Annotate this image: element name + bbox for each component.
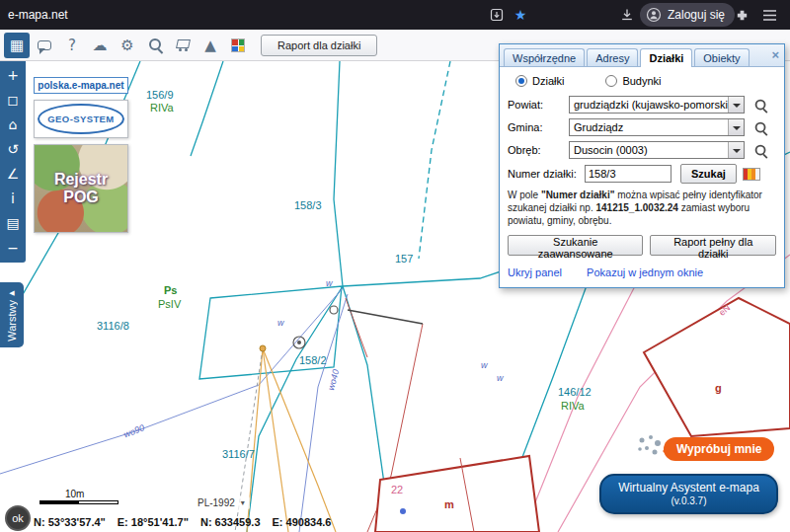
assistant-button[interactable]: Wirtualny Asystent e-mapa (v.0.3.7)	[599, 474, 778, 514]
menu-icon[interactable]	[760, 6, 778, 24]
single-window-link[interactable]: Pokazuj w jednym oknie	[587, 266, 703, 278]
search-hint-text: W pole "Numer działki" można wpisać pełn…	[508, 189, 776, 227]
gmina-value: Grudziądz	[574, 121, 623, 133]
compare-icon[interactable]: ▲	[198, 33, 223, 58]
scale-bar: 10m	[40, 489, 118, 504]
cloud-upload-icon[interactable]: ☁	[87, 33, 113, 58]
home-extent-icon[interactable]: ⌂	[3, 114, 23, 134]
parcel-number-label: Numer działki:	[508, 168, 585, 180]
layers-panel-tab[interactable]: ◀ Warstwy	[0, 282, 24, 347]
extensions-icon	[735, 8, 750, 23]
tab-adresy[interactable]: Adresy	[587, 48, 638, 66]
obreb-label: Obręb:	[508, 144, 569, 156]
zoom-search-icon	[148, 38, 163, 52]
obreb-select[interactable]: Dusocin (0003)	[569, 141, 745, 159]
coord-geo-n: N: 53°33'57.4"	[34, 516, 106, 528]
search-button[interactable]: Szukaj	[680, 164, 737, 184]
menu-icon	[762, 9, 777, 22]
close-icon[interactable]: ×	[771, 48, 779, 61]
hide-panel-link[interactable]: Ukryj panel	[508, 266, 562, 278]
magnifier-icon	[753, 120, 767, 134]
rejestr-pog-banner[interactable]: Rejestr POG	[34, 144, 128, 233]
parcel-number-input[interactable]	[585, 165, 672, 183]
report-parcel-button[interactable]: Raport dla działki	[261, 35, 377, 56]
crs-select[interactable]: PL-1992 ▾	[193, 496, 250, 509]
full-report-button[interactable]: Raport pełny dla działki	[650, 235, 776, 256]
powiat-search-icon[interactable]	[750, 96, 770, 114]
panels-icon: ▦	[10, 37, 24, 54]
search-fields: Powiat:grudziądzki (kujawsko-pomorskie)G…	[508, 96, 776, 159]
help-icon[interactable]: ?	[59, 33, 85, 58]
measure-icon[interactable]: ∠	[3, 163, 23, 184]
parcel-number-row: Numer działki: Szukaj	[508, 164, 776, 184]
geo-system-logo[interactable]: GEO-SYSTEM	[34, 100, 128, 138]
coord-geo-e: E: 18°51'41.7"	[118, 516, 189, 528]
zoom-in-icon[interactable]: +	[3, 64, 23, 85]
cart-icon	[175, 38, 191, 51]
powiat-row: Powiat:grudziądzki (kujawsko-pomorskie)	[508, 96, 776, 114]
zoom-out-icon[interactable]: −	[3, 237, 23, 258]
telecom-lines-orange	[247, 348, 336, 532]
tab-obiekty[interactable]: Obiekty	[694, 48, 749, 66]
url-text[interactable]: e-mapa.net	[8, 8, 68, 22]
save-page-icon[interactable]	[488, 6, 506, 24]
coord-grid-n: N: 633459.3	[200, 516, 261, 528]
login-button[interactable]: Zaloguj się	[640, 3, 735, 27]
save-page-icon	[489, 7, 505, 23]
obreb-value: Dusocin (0003)	[574, 144, 648, 156]
search-type-radios: Działki Budynki	[515, 75, 776, 87]
gmina-select[interactable]: Grudziądz	[569, 118, 745, 136]
magnifier-icon	[753, 98, 767, 112]
select-area-icon[interactable]: ◻	[3, 89, 23, 110]
rejestr-pog-line1: Rejestr	[54, 171, 108, 189]
browser-topbar: e-mapa.net ★ Zaloguj się	[0, 0, 790, 30]
extensions-icon[interactable]	[733, 6, 750, 24]
chat-icon[interactable]	[32, 33, 57, 58]
site-link[interactable]: polska.e-mapa.net	[34, 77, 128, 94]
download-icon[interactable]	[618, 6, 636, 24]
panel-links-row: Ukryj panel Pokazuj w jednym oknie	[508, 266, 776, 278]
gmina-search-icon[interactable]	[750, 118, 770, 136]
settings-icon: ⚙	[120, 37, 133, 54]
layers-icon[interactable]: ▤	[3, 212, 23, 233]
compare-icon: ▲	[204, 37, 216, 54]
ok-button[interactable]: ok	[5, 505, 31, 531]
legend-flag-icon[interactable]	[743, 168, 760, 181]
chevron-left-icon: ◀	[9, 289, 14, 297]
powiat-select[interactable]: grudziądzki (kujawsko-pomorskie)	[569, 96, 745, 114]
tab-dzialki[interactable]: Działki	[640, 48, 692, 67]
legend-colors-icon[interactable]	[225, 33, 251, 58]
layers-tab-label: Warstwy	[6, 300, 18, 342]
assistant-tooltip[interactable]: Wypróbuj mnie	[664, 437, 774, 461]
radio-budynki-label: Budynki	[622, 75, 661, 87]
tab-wspolrzedne[interactable]: Współrzędne	[504, 48, 585, 66]
panels-icon[interactable]: ▦	[4, 33, 30, 58]
chat-icon	[38, 40, 51, 50]
hint-bold1: "Numer działki"	[541, 190, 615, 200]
account-icon	[646, 7, 662, 23]
powiat-label: Powiat:	[508, 99, 569, 111]
left-toolbar: +◻⌂↺∠i▤−	[0, 61, 26, 263]
radio-dot	[605, 75, 617, 87]
coordinates-readout: N: 53°33'57.4"E: 18°51'41.7"N: 633459.3E…	[34, 516, 343, 528]
help-icon: ?	[68, 37, 76, 54]
login-label: Zaloguj się	[668, 8, 725, 22]
radio-budynki[interactable]: Budynki	[605, 75, 661, 87]
settings-icon[interactable]: ⚙	[115, 33, 140, 58]
bookmark-star-icon[interactable]: ★	[512, 6, 529, 24]
info-icon[interactable]: i	[3, 188, 23, 208]
cart-icon[interactable]	[170, 33, 196, 58]
zoom-search-icon[interactable]	[142, 33, 168, 58]
branding-panel: polska.e-mapa.net GEO-SYSTEM Rejestr POG	[34, 77, 128, 233]
hint-bold2: 141215_1.0032.24	[596, 202, 678, 213]
powiat-value: grudziądzki (kujawsko-pomorskie)	[574, 99, 738, 111]
radio-dzialki[interactable]: Działki	[515, 75, 564, 87]
download-icon	[619, 7, 635, 23]
obreb-search-icon[interactable]	[750, 141, 770, 159]
assistant-title: Wirtualny Asystent e-mapa	[601, 481, 776, 494]
crs-value: PL-1992	[198, 497, 235, 508]
assistant-version: (v.0.3.7)	[601, 495, 776, 506]
previous-view-icon[interactable]: ↺	[3, 138, 23, 159]
search-panel: WspółrzędneAdresyDziałkiObiekty× Działki…	[499, 43, 785, 288]
advanced-search-button[interactable]: Szukanie zaawansowane	[508, 235, 643, 256]
